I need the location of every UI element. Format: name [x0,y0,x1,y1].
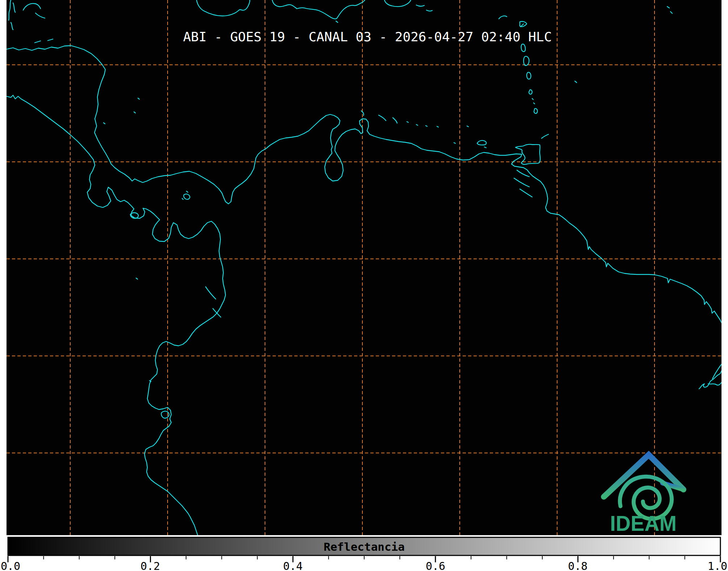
colorbar-ticks [8,556,720,562]
tick-label-10: 1.0 [708,560,727,571]
tick-label-08: 0.8 [568,560,588,571]
satellite-image-viewer: ABI - GOES 19 - CANAL 03 - 2026-04-27 02… [0,0,728,571]
ideam-wordmark: IDEAM [610,511,677,536]
tick-label-06: 0.6 [426,560,445,571]
colorbar-label: Reflectancia [324,540,405,553]
map-title: ABI - GOES 19 - CANAL 03 - 2026-04-27 02… [183,29,552,44]
goes-map-figure: ABI - GOES 19 - CANAL 03 - 2026-04-27 02… [0,0,728,571]
map-area [7,0,721,535]
colorbar-tick-labels: 0.0 0.2 0.4 0.6 0.8 1.0 [1,560,727,571]
tick-label-0: 0.0 [1,560,20,571]
colorbar: Reflectancia 0.0 0.2 0.4 0.6 0.8 1.0 [1,537,727,571]
tick-label-04: 0.4 [283,560,303,571]
tick-label-02: 0.2 [140,560,160,571]
